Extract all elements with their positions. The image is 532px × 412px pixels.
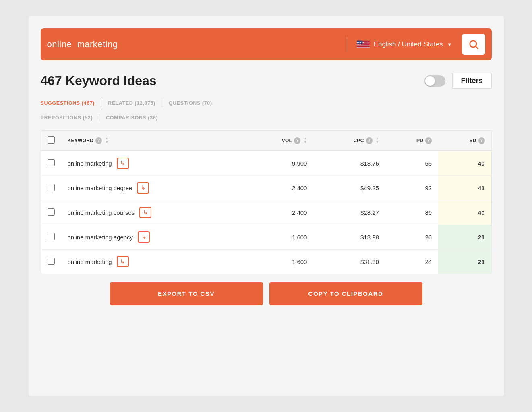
keyword-arrow-button[interactable]: ↳ bbox=[117, 256, 129, 267]
row-vol-cell: 1,600 bbox=[242, 225, 313, 250]
tabs-row-2: PREPOSITIONS (52) COMPARISONS (36) bbox=[41, 112, 492, 124]
col-keyword-label: KEYWORD bbox=[68, 138, 94, 144]
row-pd-cell: 92 bbox=[385, 176, 438, 200]
svg-rect-5 bbox=[357, 46, 370, 46]
row-keyword-cell: online marketing ↳ bbox=[61, 250, 242, 274]
row-cpc-cell: $49.25 bbox=[313, 176, 385, 200]
tab-separator bbox=[101, 100, 101, 107]
row-vol-cell: 1,600 bbox=[242, 250, 313, 274]
filter-toggle[interactable] bbox=[424, 75, 445, 87]
keyword-sort[interactable]: ▲ ▼ bbox=[105, 137, 108, 144]
svg-rect-7 bbox=[357, 47, 370, 48]
locale-selector[interactable]: ★★★★★★ ★★★★ English / United States ▼ bbox=[352, 37, 457, 51]
filters-label[interactable]: Filters bbox=[452, 73, 491, 89]
vol-help-icon[interactable]: ? bbox=[294, 137, 300, 144]
row-checkbox-cell bbox=[41, 176, 61, 200]
table-row: online marketing agency ↳ 1,600 $18.98 2… bbox=[41, 225, 491, 250]
keyword-text: online marketing degree bbox=[68, 185, 132, 191]
row-checkbox[interactable] bbox=[48, 184, 55, 191]
svg-line-12 bbox=[476, 46, 478, 48]
row-vol-cell: 9,900 bbox=[242, 151, 313, 176]
table-row: online marketing ↳ 9,900 $18.76 65 40 bbox=[41, 151, 491, 176]
row-checkbox-cell bbox=[41, 225, 61, 250]
col-vol: VOL ? ▲ ▼ bbox=[242, 131, 313, 151]
vol-sort[interactable]: ▲ ▼ bbox=[304, 137, 307, 144]
select-all-checkbox[interactable] bbox=[48, 136, 55, 144]
row-cpc-cell: $28.27 bbox=[313, 200, 385, 225]
row-sd-cell: 21 bbox=[438, 225, 491, 250]
row-keyword-cell: online marketing agency ↳ bbox=[61, 225, 242, 250]
page-title: 467 Keyword Ideas bbox=[41, 73, 157, 88]
keyword-arrow-button[interactable]: ↳ bbox=[139, 207, 151, 218]
row-vol-cell: 2,400 bbox=[242, 200, 313, 225]
sort-up-icon: ▲ bbox=[105, 137, 108, 140]
row-sd-cell: 40 bbox=[438, 200, 491, 225]
col-pd-label: PD bbox=[416, 138, 423, 144]
col-vol-label: VOL bbox=[282, 138, 292, 144]
cpc-sort[interactable]: ▲ ▼ bbox=[376, 137, 379, 144]
keyword-text: online marketing bbox=[68, 258, 112, 265]
tabs-row-1: SUGGESTIONS (467) RELATED (12,875) QUEST… bbox=[41, 97, 492, 109]
row-keyword-cell: online marketing courses ↳ bbox=[61, 200, 242, 225]
keyword-arrow-button[interactable]: ↳ bbox=[138, 231, 150, 243]
row-checkbox-cell bbox=[41, 200, 61, 225]
row-cpc-cell: $18.98 bbox=[313, 225, 385, 250]
tabs-container: SUGGESTIONS (467) RELATED (12,875) QUEST… bbox=[41, 97, 492, 124]
row-checkbox[interactable] bbox=[48, 208, 55, 216]
col-cpc-label: CPC bbox=[353, 138, 364, 144]
pd-help-icon[interactable]: ? bbox=[425, 137, 432, 144]
keyword-text: online marketing courses bbox=[68, 209, 135, 216]
divider bbox=[347, 37, 347, 52]
svg-rect-6 bbox=[357, 46, 370, 47]
table-row: online marketing courses ↳ 2,400 $28.27 … bbox=[41, 200, 491, 225]
copy-clipboard-button[interactable]: COPY TO CLIPBOARD bbox=[269, 282, 422, 305]
row-sd-cell: 40 bbox=[438, 151, 491, 176]
vol-sort-down: ▼ bbox=[304, 141, 307, 144]
col-keyword: KEYWORD ? ▲ ▼ bbox=[61, 131, 242, 151]
col-cpc: CPC ? ▲ ▼ bbox=[313, 131, 385, 151]
locale-label: English / United States bbox=[374, 40, 443, 48]
cpc-help-icon[interactable]: ? bbox=[366, 137, 373, 144]
keyword-text: online marketing bbox=[68, 160, 112, 167]
bottom-actions: EXPORT TO CSV COPY TO CLIPBOARD bbox=[41, 282, 492, 305]
col-checkbox bbox=[41, 131, 61, 151]
row-checkbox-cell bbox=[41, 250, 61, 274]
row-pd-cell: 26 bbox=[385, 225, 438, 250]
keyword-table: KEYWORD ? ▲ ▼ VOL ? bbox=[41, 131, 491, 274]
search-button[interactable] bbox=[462, 34, 485, 55]
keyword-arrow-button[interactable]: ↳ bbox=[117, 158, 129, 169]
filters-area: Filters bbox=[424, 73, 491, 89]
search-input[interactable] bbox=[47, 39, 342, 50]
row-sd-cell: 21 bbox=[438, 250, 491, 274]
table-row: online marketing ↳ 1,600 $31.30 24 21 bbox=[41, 250, 491, 274]
tab-comparisons[interactable]: COMPARISONS (36) bbox=[106, 112, 158, 124]
row-checkbox-cell bbox=[41, 151, 61, 176]
row-keyword-cell: online marketing ↳ bbox=[61, 151, 242, 176]
search-bar: ★★★★★★ ★★★★ English / United States ▼ bbox=[41, 28, 492, 60]
export-csv-button[interactable]: EXPORT TO CSV bbox=[110, 282, 263, 305]
tab-related[interactable]: RELATED (12,875) bbox=[108, 97, 155, 109]
row-checkbox[interactable] bbox=[48, 258, 55, 265]
sd-help-icon[interactable]: ? bbox=[478, 137, 485, 144]
row-cpc-cell: $31.30 bbox=[313, 250, 385, 274]
cpc-sort-up: ▲ bbox=[376, 137, 379, 140]
tab-prepositions[interactable]: PREPOSITIONS (52) bbox=[41, 112, 93, 124]
table-header-row: KEYWORD ? ▲ ▼ VOL ? bbox=[41, 131, 491, 151]
keyword-table-wrap: KEYWORD ? ▲ ▼ VOL ? bbox=[41, 130, 492, 274]
row-vol-cell: 2,400 bbox=[242, 176, 313, 200]
keyword-arrow-button[interactable]: ↳ bbox=[137, 182, 149, 194]
col-sd: SD ? bbox=[438, 131, 491, 151]
chevron-down-icon: ▼ bbox=[447, 42, 452, 48]
table-row: online marketing degree ↳ 2,400 $49.25 9… bbox=[41, 176, 491, 200]
tab-suggestions[interactable]: SUGGESTIONS (467) bbox=[41, 97, 95, 109]
vol-sort-up: ▲ bbox=[304, 137, 307, 140]
row-checkbox[interactable] bbox=[48, 233, 55, 240]
row-cpc-cell: $18.76 bbox=[313, 151, 385, 176]
row-pd-cell: 65 bbox=[385, 151, 438, 176]
row-checkbox[interactable] bbox=[48, 159, 55, 166]
col-pd: PD ? bbox=[385, 131, 438, 151]
keyword-help-icon[interactable]: ? bbox=[95, 137, 102, 144]
cpc-sort-down: ▼ bbox=[376, 141, 379, 144]
tab-questions[interactable]: QUESTIONS (70) bbox=[169, 97, 212, 109]
flag-icon: ★★★★★★ ★★★★ bbox=[357, 40, 370, 49]
